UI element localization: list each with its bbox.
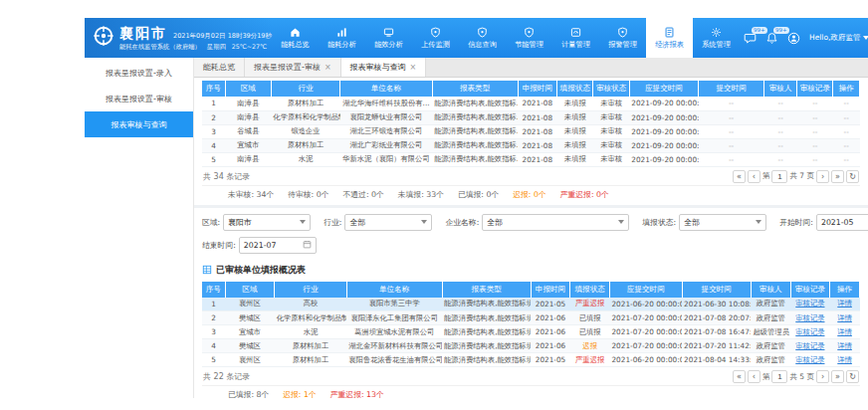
- filter-区域: 区域:襄阳市: [202, 214, 311, 231]
- cell-text: --: [812, 141, 817, 150]
- main-area: 能耗总览报表呈报设置-审核×报表审核与查询× 序号区域行业单位名称报表类型申报时…: [194, 58, 868, 398]
- nav-item-上传监测[interactable]: 上传监测: [412, 18, 459, 58]
- next-page-button[interactable]: ›: [816, 170, 829, 183]
- sidebar-item-报表审核与查询[interactable]: 报表审核与查询: [85, 111, 193, 137]
- cell-text: 2021-09-20 00:00:00: [631, 99, 698, 107]
- next-page-button[interactable]: ›: [816, 370, 829, 383]
- shield-icon: [477, 27, 488, 38]
- table-cell: 能源消费结构表,能效指标...: [432, 152, 518, 166]
- pagination-2: «‹第共 5 页›»↻: [733, 370, 859, 383]
- column-header: 报表类型: [442, 282, 531, 298]
- cell-text: 严重迟报: [575, 355, 604, 364]
- nav-item-label: 经济报表: [655, 40, 684, 50]
- sidebar: 报表呈报设置-录入报表呈报设置-审核报表审核与查询: [85, 58, 194, 398]
- select-企业名称[interactable]: 全部: [482, 214, 629, 231]
- cell-text: 2021-05: [536, 355, 566, 364]
- table-cell: 原材料加工: [275, 339, 347, 353]
- select-区域[interactable]: 襄阳市: [223, 214, 311, 231]
- detail-link[interactable]: 详情: [837, 313, 852, 322]
- table-cell: 宜城市: [225, 138, 271, 152]
- nav-item-节能管理[interactable]: 节能管理: [506, 18, 552, 58]
- sidebar-item-报表呈报设置-审核[interactable]: 报表呈报设置-审核: [85, 86, 193, 111]
- table-cell: 4: [202, 138, 225, 152]
- summary-待审核: 待审核: 0个: [288, 189, 328, 200]
- page-number-input[interactable]: [771, 170, 787, 183]
- cell-text: 2021-09-20 00:00:00: [631, 113, 698, 122]
- tab-报表审核与查询[interactable]: 报表审核与查询×: [341, 58, 427, 77]
- tab-close-icon[interactable]: ×: [410, 63, 417, 72]
- cell-text: 湖北金环新材料科技有限公司: [348, 341, 442, 350]
- nav-item-经济报表[interactable]: 经济报表: [646, 18, 693, 58]
- refresh-button[interactable]: ↻: [846, 170, 859, 183]
- audit-record-link[interactable]: 审核记录: [795, 299, 824, 308]
- nav-item-能效分析[interactable]: 能效分析: [365, 18, 412, 58]
- cell-text: 未审核: [600, 140, 622, 149]
- refresh-button[interactable]: ↻: [846, 370, 859, 383]
- nav-item-能耗总览[interactable]: 能耗总览: [272, 18, 319, 58]
- prev-page-button[interactable]: ‹: [748, 170, 760, 183]
- calendar-icon: [303, 240, 312, 251]
- cell-text: --: [844, 155, 849, 164]
- cell-text: 南漳县: [237, 154, 259, 163]
- date-input-开始时间[interactable]: 2021-05: [816, 214, 868, 231]
- nav-item-系统管理[interactable]: 系统管理: [693, 18, 740, 58]
- detail-link[interactable]: 详情: [837, 341, 852, 350]
- first-page-button[interactable]: «: [733, 370, 746, 383]
- tab-label: 报表呈报设置-审核: [254, 62, 321, 73]
- nav-item-信息查询[interactable]: 信息查询: [459, 18, 506, 58]
- detail-link[interactable]: 详情: [837, 355, 852, 364]
- page-prefix-label: 第: [762, 372, 770, 382]
- audit-record-link[interactable]: 审核记录: [795, 313, 824, 322]
- filter-value: 全部: [349, 217, 365, 228]
- cell-text: 2021-08: [523, 113, 553, 122]
- tab-报表呈报设置-审核[interactable]: 报表呈报设置-审核×: [245, 58, 341, 77]
- table-cell: 2021-08-04 14:33:52: [682, 353, 751, 367]
- prev-page-button[interactable]: ‹: [748, 370, 760, 383]
- nav-item-报警管理[interactable]: 报警管理: [599, 18, 646, 58]
- table-cell: 水泥: [275, 325, 347, 339]
- page-number-input[interactable]: [771, 370, 787, 383]
- select-行业[interactable]: 全部: [344, 214, 432, 231]
- table-cell: 襄阳龙蟒钛业有限公司: [340, 110, 432, 124]
- select-填报状态[interactable]: 全部: [679, 214, 766, 231]
- table-cell: 襄州区: [225, 298, 275, 311]
- bell-icon[interactable]: 99+: [765, 32, 778, 45]
- table-cell: 湖北广彩纸业有限公司: [340, 138, 432, 152]
- last-page-button[interactable]: »: [831, 170, 844, 183]
- detail-link[interactable]: 详情: [837, 299, 852, 308]
- audit-record-link[interactable]: 审核记录: [795, 327, 824, 336]
- temperature-label: 25℃~27℃: [232, 43, 267, 52]
- date-input-结束时间[interactable]: 2021-07: [239, 237, 317, 254]
- audit-record-link[interactable]: 审核记录: [795, 355, 824, 364]
- table-cell: 能源消费结构表,能效指标...: [432, 124, 518, 138]
- cell-text: 华新水泥（襄阳）有限公司: [342, 154, 430, 163]
- tab-能耗总览[interactable]: 能耗总览: [194, 58, 245, 77]
- table-cell: 2021-09-20 00:00:00: [629, 97, 698, 110]
- nav-item-计量管理[interactable]: 计量管理: [552, 18, 599, 58]
- cell-text: 2021-08-04 14:33:52: [684, 355, 751, 364]
- sidebar-item-报表呈报设置-录入[interactable]: 报表呈报设置-录入: [85, 60, 193, 86]
- filter-value: 全部: [684, 217, 700, 228]
- user-greeting[interactable]: Hello,政府监管: [809, 33, 868, 43]
- cell-text: --: [844, 127, 849, 136]
- cell-text: 2021-06: [536, 327, 566, 336]
- summary-已填报: 已填报: 0个: [458, 189, 499, 200]
- detail-link[interactable]: 详情: [837, 327, 852, 336]
- cell-text: 超级管理员: [753, 327, 788, 336]
- table-cell: 已填报: [570, 311, 610, 325]
- last-page-button[interactable]: »: [831, 370, 844, 383]
- tab-close-icon[interactable]: ×: [325, 63, 331, 72]
- table-cell: 2021-08: [518, 152, 557, 166]
- table-cell: 政府监管: [751, 311, 790, 325]
- nav-item-能耗分析[interactable]: 能耗分析: [319, 18, 365, 58]
- message-icon[interactable]: 99+: [744, 32, 757, 45]
- first-page-button[interactable]: «: [733, 170, 746, 183]
- table-cell: 华新水泥（襄阳）有限公司: [340, 152, 432, 166]
- audit-record-link[interactable]: 审核记录: [795, 341, 824, 350]
- user-avatar-icon[interactable]: [787, 32, 800, 45]
- table-row: 2南漳县化学原料和化学制品制造业襄阳龙蟒钛业有限公司能源消费结构表,能效指标..…: [202, 110, 860, 124]
- cell-text: 水泥: [304, 327, 319, 336]
- filter-value: 襄阳市: [228, 217, 251, 228]
- table-cell: --: [699, 124, 764, 138]
- cell-text: 2021-09-20 00:00:00: [631, 127, 698, 136]
